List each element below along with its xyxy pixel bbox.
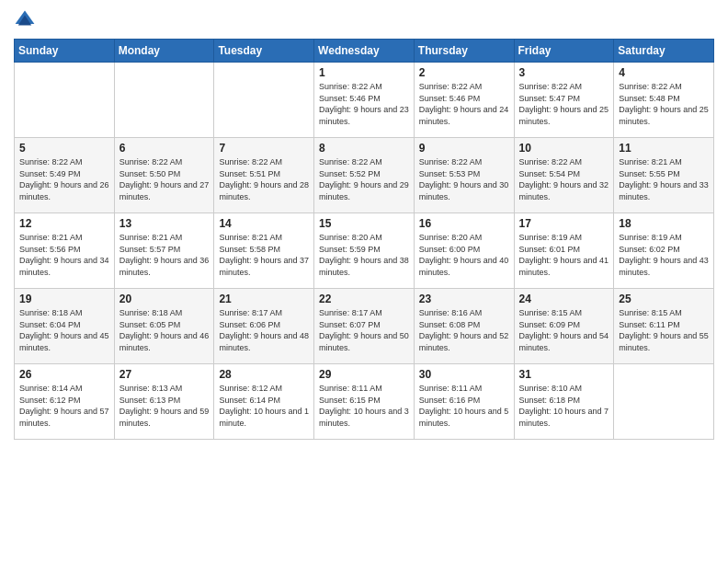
day-cell: 30Sunrise: 8:11 AM Sunset: 6:16 PM Dayli… xyxy=(414,364,514,440)
day-info: Sunrise: 8:19 AM Sunset: 6:02 PM Dayligh… xyxy=(619,232,709,278)
day-info: Sunrise: 8:15 AM Sunset: 6:09 PM Dayligh… xyxy=(519,307,609,353)
day-cell: 23Sunrise: 8:16 AM Sunset: 6:08 PM Dayli… xyxy=(414,289,514,364)
day-number: 15 xyxy=(319,217,409,230)
day-info: Sunrise: 8:17 AM Sunset: 6:07 PM Dayligh… xyxy=(319,307,409,353)
day-cell: 9Sunrise: 8:22 AM Sunset: 5:53 PM Daylig… xyxy=(414,138,514,213)
day-info: Sunrise: 8:21 AM Sunset: 5:55 PM Dayligh… xyxy=(619,156,709,202)
logo-icon xyxy=(14,9,36,31)
day-info: Sunrise: 8:22 AM Sunset: 5:48 PM Dayligh… xyxy=(619,81,709,127)
day-number: 10 xyxy=(519,142,609,155)
day-info: Sunrise: 8:21 AM Sunset: 5:57 PM Dayligh… xyxy=(119,232,210,278)
col-header-thursday: Thursday xyxy=(414,40,514,63)
day-info: Sunrise: 8:22 AM Sunset: 5:46 PM Dayligh… xyxy=(419,81,509,127)
day-number: 4 xyxy=(619,66,709,79)
day-info: Sunrise: 8:12 AM Sunset: 6:14 PM Dayligh… xyxy=(219,383,309,429)
calendar-table: SundayMondayTuesdayWednesdayThursdayFrid… xyxy=(14,39,714,440)
day-number: 26 xyxy=(19,368,109,381)
day-cell: 25Sunrise: 8:15 AM Sunset: 6:11 PM Dayli… xyxy=(614,289,714,364)
day-info: Sunrise: 8:11 AM Sunset: 6:15 PM Dayligh… xyxy=(319,383,409,429)
day-cell: 11Sunrise: 8:21 AM Sunset: 5:55 PM Dayli… xyxy=(614,138,714,213)
day-cell: 10Sunrise: 8:22 AM Sunset: 5:54 PM Dayli… xyxy=(514,138,614,213)
day-cell: 3Sunrise: 8:22 AM Sunset: 5:47 PM Daylig… xyxy=(514,63,614,138)
day-number: 22 xyxy=(319,293,409,305)
day-number: 16 xyxy=(419,217,509,230)
day-number: 23 xyxy=(419,293,509,305)
day-info: Sunrise: 8:18 AM Sunset: 6:04 PM Dayligh… xyxy=(19,307,109,353)
col-header-wednesday: Wednesday xyxy=(314,40,415,63)
day-cell: 8Sunrise: 8:22 AM Sunset: 5:52 PM Daylig… xyxy=(314,138,415,213)
day-info: Sunrise: 8:19 AM Sunset: 6:01 PM Dayligh… xyxy=(519,232,609,278)
day-info: Sunrise: 8:22 AM Sunset: 5:52 PM Dayligh… xyxy=(319,156,409,202)
logo xyxy=(14,9,40,31)
day-cell: 27Sunrise: 8:13 AM Sunset: 6:13 PM Dayli… xyxy=(114,364,214,440)
day-cell: 22Sunrise: 8:17 AM Sunset: 6:07 PM Dayli… xyxy=(314,289,415,364)
day-cell: 21Sunrise: 8:17 AM Sunset: 6:06 PM Dayli… xyxy=(214,289,314,364)
day-cell: 5Sunrise: 8:22 AM Sunset: 5:49 PM Daylig… xyxy=(15,138,115,213)
day-cell: 19Sunrise: 8:18 AM Sunset: 6:04 PM Dayli… xyxy=(15,289,115,364)
day-info: Sunrise: 8:22 AM Sunset: 5:47 PM Dayligh… xyxy=(519,81,609,127)
day-info: Sunrise: 8:20 AM Sunset: 5:59 PM Dayligh… xyxy=(319,232,409,278)
col-header-sunday: Sunday xyxy=(15,40,115,63)
day-cell: 1Sunrise: 8:22 AM Sunset: 5:46 PM Daylig… xyxy=(314,63,415,138)
day-number: 7 xyxy=(219,142,309,155)
day-info: Sunrise: 8:18 AM Sunset: 6:05 PM Dayligh… xyxy=(119,307,210,353)
col-header-monday: Monday xyxy=(114,40,214,63)
day-number: 20 xyxy=(119,293,210,305)
day-number: 28 xyxy=(219,368,309,381)
day-info: Sunrise: 8:21 AM Sunset: 5:58 PM Dayligh… xyxy=(219,232,309,278)
day-cell: 16Sunrise: 8:20 AM Sunset: 6:00 PM Dayli… xyxy=(414,213,514,289)
day-info: Sunrise: 8:11 AM Sunset: 6:16 PM Dayligh… xyxy=(419,383,509,429)
day-info: Sunrise: 8:20 AM Sunset: 6:00 PM Dayligh… xyxy=(419,232,509,278)
day-number: 31 xyxy=(519,368,609,381)
day-cell: 7Sunrise: 8:22 AM Sunset: 5:51 PM Daylig… xyxy=(214,138,314,213)
day-number: 18 xyxy=(619,217,709,230)
day-number: 14 xyxy=(219,217,309,230)
day-cell: 29Sunrise: 8:11 AM Sunset: 6:15 PM Dayli… xyxy=(314,364,415,440)
day-info: Sunrise: 8:21 AM Sunset: 5:56 PM Dayligh… xyxy=(19,232,109,278)
day-cell xyxy=(114,63,214,138)
day-number: 9 xyxy=(419,142,509,155)
day-cell: 4Sunrise: 8:22 AM Sunset: 5:48 PM Daylig… xyxy=(614,63,714,138)
day-info: Sunrise: 8:16 AM Sunset: 6:08 PM Dayligh… xyxy=(419,307,509,353)
day-number: 1 xyxy=(319,66,409,79)
day-info: Sunrise: 8:17 AM Sunset: 6:06 PM Dayligh… xyxy=(219,307,309,353)
day-cell: 20Sunrise: 8:18 AM Sunset: 6:05 PM Dayli… xyxy=(114,289,214,364)
day-number: 29 xyxy=(319,368,409,381)
day-cell: 18Sunrise: 8:19 AM Sunset: 6:02 PM Dayli… xyxy=(614,213,714,289)
day-number: 24 xyxy=(519,293,609,305)
day-cell: 17Sunrise: 8:19 AM Sunset: 6:01 PM Dayli… xyxy=(514,213,614,289)
day-number: 21 xyxy=(219,293,309,305)
day-info: Sunrise: 8:22 AM Sunset: 5:54 PM Dayligh… xyxy=(519,156,609,202)
day-cell xyxy=(214,63,314,138)
day-number: 8 xyxy=(319,142,409,155)
week-row-5: 26Sunrise: 8:14 AM Sunset: 6:12 PM Dayli… xyxy=(15,364,714,440)
day-number: 12 xyxy=(19,217,109,230)
week-row-3: 12Sunrise: 8:21 AM Sunset: 5:56 PM Dayli… xyxy=(15,213,714,289)
day-cell: 14Sunrise: 8:21 AM Sunset: 5:58 PM Dayli… xyxy=(214,213,314,289)
day-cell: 6Sunrise: 8:22 AM Sunset: 5:50 PM Daylig… xyxy=(114,138,214,213)
day-cell: 12Sunrise: 8:21 AM Sunset: 5:56 PM Dayli… xyxy=(15,213,115,289)
day-cell: 24Sunrise: 8:15 AM Sunset: 6:09 PM Dayli… xyxy=(514,289,614,364)
day-number: 25 xyxy=(619,293,709,305)
day-number: 27 xyxy=(119,368,210,381)
day-number: 19 xyxy=(19,293,109,305)
day-info: Sunrise: 8:22 AM Sunset: 5:53 PM Dayligh… xyxy=(419,156,509,202)
day-number: 6 xyxy=(119,142,210,155)
day-cell: 15Sunrise: 8:20 AM Sunset: 5:59 PM Dayli… xyxy=(314,213,415,289)
week-row-2: 5Sunrise: 8:22 AM Sunset: 5:49 PM Daylig… xyxy=(15,138,714,213)
day-cell: 31Sunrise: 8:10 AM Sunset: 6:18 PM Dayli… xyxy=(514,364,614,440)
day-number: 5 xyxy=(19,142,109,155)
col-header-saturday: Saturday xyxy=(614,40,714,63)
day-cell: 13Sunrise: 8:21 AM Sunset: 5:57 PM Dayli… xyxy=(114,213,214,289)
page-container: SundayMondayTuesdayWednesdayThursdayFrid… xyxy=(0,0,728,563)
page-header xyxy=(14,9,714,31)
day-number: 30 xyxy=(419,368,509,381)
day-cell xyxy=(614,364,714,440)
day-cell: 28Sunrise: 8:12 AM Sunset: 6:14 PM Dayli… xyxy=(214,364,314,440)
week-row-4: 19Sunrise: 8:18 AM Sunset: 6:04 PM Dayli… xyxy=(15,289,714,364)
day-number: 11 xyxy=(619,142,709,155)
week-row-1: 1Sunrise: 8:22 AM Sunset: 5:46 PM Daylig… xyxy=(15,63,714,138)
day-info: Sunrise: 8:22 AM Sunset: 5:49 PM Dayligh… xyxy=(19,156,109,202)
day-info: Sunrise: 8:13 AM Sunset: 6:13 PM Dayligh… xyxy=(119,383,210,429)
day-info: Sunrise: 8:14 AM Sunset: 6:12 PM Dayligh… xyxy=(19,383,109,429)
